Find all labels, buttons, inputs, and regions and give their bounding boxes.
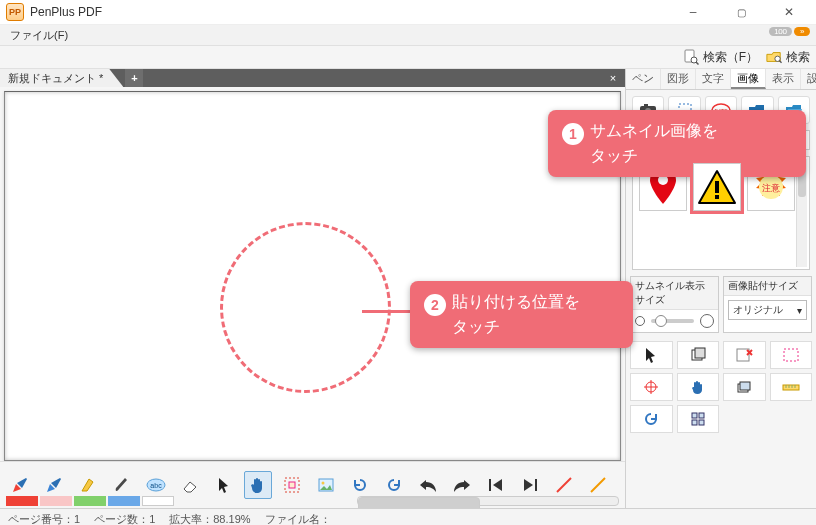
callout-leader-2 <box>362 310 412 313</box>
tool-eraser[interactable] <box>176 471 204 499</box>
menu-file[interactable]: ファイル(F) <box>4 26 74 45</box>
status-page-no: ページ番号：1 <box>8 512 80 526</box>
callout-2-number: 2 <box>424 294 446 316</box>
tool-undo[interactable] <box>414 471 442 499</box>
tool-last-page[interactable] <box>516 471 544 499</box>
window-minimize-button[interactable]: – <box>672 1 714 23</box>
window-close-button[interactable]: ✕ <box>768 1 810 23</box>
paste-size-box: 画像貼付サイズ オリジナル▾ <box>723 276 812 333</box>
close-tab-button[interactable]: × <box>605 69 621 87</box>
tool-pen-red[interactable] <box>6 471 34 499</box>
document-tab-label: 新規ドキュメント * <box>8 71 103 86</box>
callout-2-line2: タッチ <box>424 316 619 338</box>
svg-rect-42 <box>692 413 697 418</box>
add-tab-button[interactable]: + <box>125 69 143 87</box>
callout-2: 2貼り付ける位置を タッチ <box>410 281 633 348</box>
svg-text:注意: 注意 <box>762 183 780 193</box>
svg-rect-8 <box>289 482 295 488</box>
menubar-chip-2[interactable]: » <box>794 27 810 36</box>
svg-point-10 <box>322 482 325 485</box>
tool-highlighter[interactable] <box>74 471 102 499</box>
svg-line-14 <box>591 478 605 492</box>
status-page-count: ページ数：1 <box>94 512 155 526</box>
svg-rect-31 <box>784 349 798 361</box>
side-center[interactable] <box>630 373 673 401</box>
menubar-right-chips: 100 » <box>769 27 811 36</box>
window-maximize-button[interactable]: ▢ <box>720 1 762 23</box>
tab-pen[interactable]: ペン <box>626 69 661 89</box>
thumbnail-size-label: サムネイル表示サイズ <box>631 277 718 310</box>
side-select-area[interactable] <box>770 341 813 369</box>
tool-pen-blue[interactable] <box>40 471 68 499</box>
document-search-icon <box>683 49 699 65</box>
side-delete[interactable] <box>723 341 766 369</box>
svg-rect-12 <box>535 479 537 491</box>
callout-2-line1: 貼り付ける位置を <box>452 293 580 310</box>
paste-size-label: 画像貼付サイズ <box>724 277 811 296</box>
side-ruler[interactable] <box>770 373 813 401</box>
side-grid[interactable] <box>677 405 720 433</box>
svg-rect-36 <box>740 382 750 390</box>
tool-rotate-right[interactable] <box>380 471 408 499</box>
paste-size-dropdown[interactable]: オリジナル▾ <box>728 300 807 320</box>
thumbnail-size-box: サムネイル表示サイズ <box>630 276 719 333</box>
app-title: PenPlus PDF <box>30 5 102 19</box>
bottom-scrollbar-thumb[interactable] <box>358 497 480 508</box>
search-label: 検索 <box>786 49 810 66</box>
bottom-scrollbar[interactable] <box>357 496 619 506</box>
app-icon: PP <box>6 3 24 21</box>
tool-insert-image[interactable] <box>312 471 340 499</box>
tab-settings[interactable]: 設定 <box>801 69 816 89</box>
svg-rect-45 <box>699 420 704 425</box>
tool-brush[interactable] <box>108 471 136 499</box>
tab-view[interactable]: 表示 <box>766 69 801 89</box>
tool-pointer[interactable] <box>210 471 238 499</box>
svg-rect-23 <box>715 195 719 199</box>
chevron-down-icon-3: ▾ <box>797 305 802 316</box>
svg-rect-17 <box>644 104 648 107</box>
swatch-2[interactable] <box>40 496 72 506</box>
swatch-4[interactable] <box>108 496 140 506</box>
thumbnail-warning[interactable] <box>693 163 741 211</box>
menubar: ファイル(F) 100 » <box>0 25 816 46</box>
swatch-1[interactable] <box>6 496 38 506</box>
tool-redo[interactable] <box>448 471 476 499</box>
tool-hand[interactable] <box>244 471 272 499</box>
tool-select-region[interactable] <box>278 471 306 499</box>
tool-line-orange[interactable] <box>584 471 612 499</box>
search-f-label: 検索（F） <box>703 49 758 66</box>
svg-line-13 <box>557 478 571 492</box>
tab-text[interactable]: 文字 <box>696 69 731 89</box>
top-toolrow: 検索（F） 検索 <box>0 46 816 69</box>
canvas[interactable] <box>4 91 621 461</box>
swatch-3[interactable] <box>74 496 106 506</box>
svg-rect-11 <box>489 479 491 491</box>
side-pointer[interactable] <box>630 341 673 369</box>
callout-1: 1サムネイル画像を タッチ <box>548 110 806 177</box>
status-zoom: 拡大率：88.19% <box>169 512 250 526</box>
thumbnail-size-slider[interactable] <box>631 310 718 332</box>
side-layers[interactable] <box>677 341 720 369</box>
search-f-group[interactable]: 検索（F） <box>683 49 758 66</box>
svg-rect-27 <box>695 348 705 358</box>
svg-line-4 <box>779 61 781 63</box>
callout-1-line1: サムネイル画像を <box>590 122 718 139</box>
swatch-5[interactable] <box>142 496 174 506</box>
document-tab-active[interactable]: 新規ドキュメント * <box>0 69 123 87</box>
side-hand[interactable] <box>677 373 720 401</box>
tab-shape[interactable]: 図形 <box>661 69 696 89</box>
tool-text-abc[interactable]: abc <box>142 471 170 499</box>
folder-search-icon <box>766 49 782 65</box>
tool-rotate-left[interactable] <box>346 471 374 499</box>
search-group[interactable]: 検索 <box>766 49 810 66</box>
tool-line-red[interactable] <box>550 471 578 499</box>
canvas-wrap <box>0 87 625 461</box>
side-rotate[interactable] <box>630 405 673 433</box>
side-stack[interactable] <box>723 373 766 401</box>
tool-first-page[interactable] <box>482 471 510 499</box>
circle-large-icon <box>700 314 714 328</box>
tab-image[interactable]: 画像 <box>731 69 766 89</box>
status-bar: ページ番号：1 ページ数：1 拡大率：88.19% ファイル名： <box>0 508 816 525</box>
side-tabs: ペン 図形 文字 画像 表示 設定 <box>626 69 816 90</box>
svg-rect-37 <box>783 385 799 390</box>
